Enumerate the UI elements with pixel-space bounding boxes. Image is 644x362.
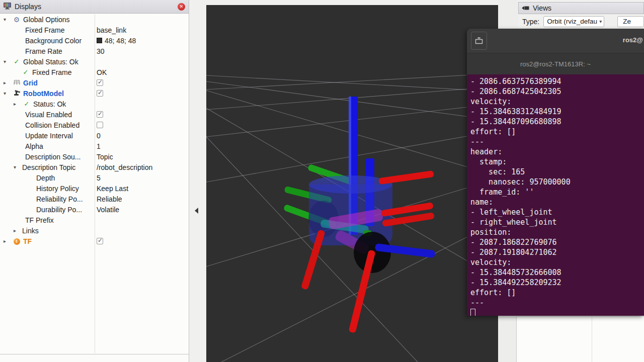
display-property-row[interactable]: Update Interval0: [0, 130, 188, 141]
close-icon[interactable]: ✕: [178, 3, 185, 11]
chevron-down-icon[interactable]: ▾: [2, 17, 11, 22]
chevron-down-icon[interactable]: ▾: [2, 59, 11, 64]
terminal-line: name:: [470, 197, 644, 207]
property-value[interactable]: 48; 48; 48: [97, 35, 136, 46]
terminal-titlebar[interactable]: ros2@: [467, 29, 644, 53]
display-property-row[interactable]: ▾✓Global Status: Ok: [0, 56, 188, 67]
display-property-row[interactable]: Description Sou...Topic: [0, 151, 188, 162]
terminal-tab-title[interactable]: ros2@ros2-TM1613R: ~: [520, 60, 591, 68]
property-value[interactable]: 5: [97, 172, 101, 183]
displays-titlebar[interactable]: Displays ✕: [0, 0, 189, 14]
terminal-line: ---: [470, 298, 644, 308]
chevron-right-icon[interactable]: ▸: [12, 101, 21, 107]
zero-button[interactable]: Ze: [617, 16, 644, 27]
terminal-window[interactable]: ros2@ ros2@ros2-TM1613R: ~ - 2086.663757…: [467, 29, 644, 316]
display-property-row[interactable]: Background Color48; 48; 48: [0, 35, 188, 46]
property-checkbox[interactable]: [97, 79, 103, 86]
views-titlebar[interactable]: Views: [518, 2, 644, 14]
property-value[interactable]: [97, 109, 103, 120]
chevron-right-icon[interactable]: ▸: [2, 238, 11, 244]
display-property-row[interactable]: Alpha1: [0, 141, 188, 151]
property-value[interactable]: [97, 77, 103, 88]
property-label: Grid: [22, 79, 38, 87]
display-property-row[interactable]: Collision Enabled: [0, 120, 188, 130]
display-property-row[interactable]: ▸!TF: [0, 236, 188, 246]
display-property-row[interactable]: ▸Links: [0, 225, 188, 236]
property-value[interactable]: [97, 120, 103, 130]
chevron-right-icon[interactable]: ▸: [12, 228, 21, 233]
display-property-row[interactable]: ▾Description Topic/robot_description: [0, 162, 188, 172]
property-value[interactable]: Reliable: [97, 194, 122, 204]
display-property-row[interactable]: Durability Po...Volatile: [0, 204, 188, 215]
terminal-line: - 15.384487096680898: [470, 117, 644, 127]
display-property-row[interactable]: History PolicyKeep Last: [0, 183, 188, 194]
display-property-row[interactable]: Frame Rate30: [0, 46, 188, 56]
property-value-text: Volatile: [97, 206, 119, 214]
property-checkbox[interactable]: [97, 90, 103, 97]
property-value[interactable]: [97, 236, 103, 246]
property-value-text: 1: [97, 142, 101, 150]
property-value[interactable]: 30: [97, 46, 105, 56]
terminal-line: effort: []: [470, 127, 644, 137]
property-value-text: 48; 48; 48: [105, 37, 136, 45]
viewport-scene: [206, 5, 498, 362]
property-label: Global Status: Ok: [22, 58, 78, 66]
new-tab-button[interactable]: [471, 32, 487, 50]
display-property-row[interactable]: Fixed Framebase_link: [0, 25, 188, 35]
terminal-line: velocity:: [470, 97, 644, 107]
view-type-label: Type:: [522, 18, 539, 26]
property-label: Background Color: [24, 37, 82, 45]
terminal-output[interactable]: - 2086.6637576389994- 2086.6687425042305…: [467, 74, 644, 316]
property-value[interactable]: [97, 88, 103, 99]
property-value[interactable]: Topic: [97, 151, 113, 162]
display-property-row[interactable]: Visual Enabled: [0, 109, 188, 120]
property-label: TF: [22, 237, 32, 245]
display-property-row[interactable]: ▾ RobotModel: [0, 88, 188, 99]
property-value-text: OK: [97, 68, 107, 76]
views-panel-icon: [522, 4, 530, 13]
view-type-value: Orbit (rviz_defau: [547, 18, 597, 25]
3d-viewport[interactable]: [206, 5, 498, 362]
property-label: Alpha: [24, 142, 43, 150]
chevron-down-icon[interactable]: ▾: [2, 90, 11, 96]
property-value-text: 30: [97, 47, 105, 55]
panel-collapse-arrow-icon[interactable]: [195, 208, 198, 214]
property-value[interactable]: base_link: [97, 25, 126, 35]
chevron-down-icon[interactable]: ▾: [12, 164, 21, 170]
display-property-row[interactable]: ▾⚙Global Options: [0, 14, 188, 25]
terminal-line: frame_id: '': [470, 187, 644, 197]
property-value[interactable]: /robot_description: [97, 162, 152, 172]
property-checkbox[interactable]: [97, 238, 103, 244]
property-value[interactable]: Keep Last: [97, 183, 128, 194]
chevron-right-icon[interactable]: ▸: [2, 80, 11, 85]
display-property-row[interactable]: ▸✓Status: Ok: [0, 99, 188, 109]
property-checkbox[interactable]: [97, 122, 103, 128]
property-label: Reliability Po...: [35, 195, 83, 203]
terminal-window-title: ros2@: [623, 36, 643, 44]
display-property-row[interactable]: Depth5: [0, 172, 188, 183]
property-value-text: Topic: [97, 153, 113, 161]
property-label: Global Options: [22, 16, 70, 24]
terminal-line: - 2086.6687425042305: [470, 86, 644, 97]
display-property-row[interactable]: ▸ Grid: [0, 77, 188, 88]
property-label: Depth: [35, 174, 55, 182]
zero-button-label: Ze: [623, 18, 631, 25]
property-value[interactable]: OK: [97, 67, 107, 77]
terminal-line: - 2087.191804271062: [470, 247, 644, 257]
displays-property-tree[interactable]: ▾⚙Global OptionsFixed Framebase_linkBack…: [0, 14, 188, 353]
property-checkbox[interactable]: [97, 111, 103, 118]
view-type-dropdown[interactable]: Orbit (rviz_defau ▾: [543, 16, 604, 27]
terminal-tab-bar[interactable]: ros2@ros2-TM1613R: ~: [467, 53, 644, 74]
displays-panel: Displays ✕ ▾⚙Global OptionsFixed Frameba…: [0, 0, 189, 362]
display-property-row[interactable]: TF Prefix: [0, 215, 188, 225]
views-panel-body[interactable]: [516, 316, 644, 362]
display-property-row[interactable]: Reliability Po...Reliable: [0, 194, 188, 204]
display-property-row[interactable]: ✓Fixed FrameOK: [0, 67, 188, 77]
terminal-line: stamp:: [470, 157, 644, 167]
property-label: RobotModel: [22, 89, 64, 98]
property-value[interactable]: Volatile: [97, 204, 119, 215]
property-value[interactable]: 1: [97, 141, 101, 151]
grid-icon: [11, 79, 22, 86]
terminal-line: - right_wheel_joint: [470, 217, 644, 227]
property-value[interactable]: 0: [97, 130, 101, 141]
